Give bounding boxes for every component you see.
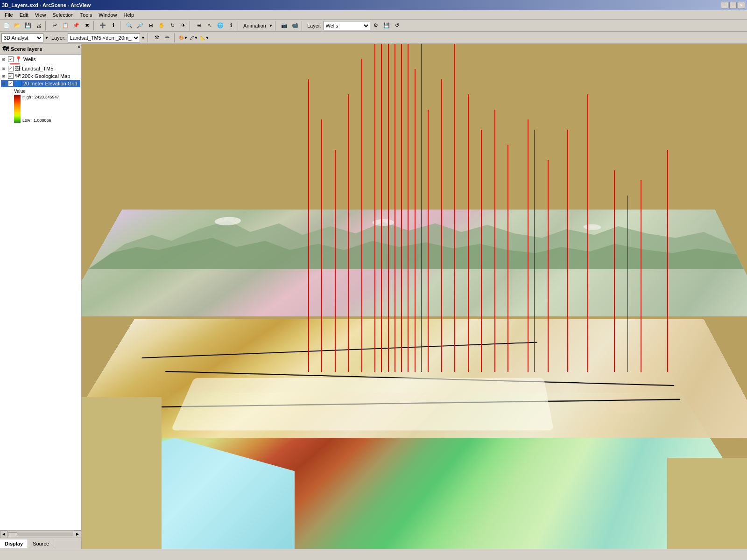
refresh-button[interactable]: ↺ <box>392 21 402 31</box>
panel-close-button[interactable]: × <box>78 44 80 49</box>
panel-footer: Display Source <box>0 538 81 549</box>
elevation-checkbox[interactable] <box>8 81 14 86</box>
globe-button[interactable]: 🌐 <box>215 21 226 31</box>
geological-layer <box>82 319 747 438</box>
fly-button[interactable]: ✈ <box>178 21 188 31</box>
layer-item-landsat[interactable]: ⊞ 🖼 Landsat_TM5 <box>1 65 80 72</box>
layer-props-button[interactable]: ⚙ <box>371 21 381 31</box>
panel-title: Scene layers <box>11 46 42 52</box>
minimize-button[interactable]: _ <box>721 2 728 8</box>
rotate-button[interactable]: ↻ <box>167 21 177 31</box>
menu-edit[interactable]: Edit <box>17 11 31 19</box>
title-bar: 3D_Layers.sxd - ArcScene - ArcView _ □ × <box>0 0 747 10</box>
layer-panel: 🗺 Scene layers × ⊟ 📍 Wells ⊞ 🖼 <box>0 44 82 549</box>
save-button[interactable]: 💾 <box>23 21 33 31</box>
full-extent-button[interactable]: ⊞ <box>146 21 156 31</box>
legend-low-label: Low : 1.000066 <box>22 118 59 123</box>
menu-selection[interactable]: Selection <box>49 11 76 19</box>
layer-item-elevation[interactable]: ⊟ 🟦 20 meter Elevation Grid <box>1 80 80 87</box>
landsat-label: Landsat_TM5 <box>22 66 53 71</box>
geological-checkbox[interactable] <box>8 73 14 79</box>
horizontal-scrollbar[interactable]: ◀ ▶ <box>0 530 81 538</box>
add-data-button[interactable]: ➕ <box>98 21 108 31</box>
tool1-button[interactable]: ⚒ <box>152 33 162 43</box>
display-tab[interactable]: Display <box>0 539 28 548</box>
separator7 <box>302 21 304 30</box>
delete-button[interactable]: ✖ <box>82 21 92 31</box>
menu-window[interactable]: Window <box>96 11 120 19</box>
legend-gradient-area: High : 2420.345947 Low : 1.000066 <box>14 95 80 123</box>
svg-point-4 <box>583 224 602 230</box>
scroll-thumb[interactable] <box>8 532 17 536</box>
layer2-dropdown[interactable]: ▼ <box>141 33 146 43</box>
wells-checkbox[interactable] <box>8 56 14 62</box>
layer-item-geological[interactable]: ⊞ 🗺 200k Geological Map <box>1 72 80 80</box>
elevation-expand[interactable]: ⊟ <box>2 82 7 86</box>
legend-high-label: High : 2420.345947 <box>22 95 59 99</box>
camera-button[interactable]: 📷 <box>279 21 289 31</box>
separator-t2b <box>174 33 177 42</box>
color1-button[interactable]: 🎨▼ <box>178 33 189 43</box>
menu-bar: File Edit View Selection Tools Window He… <box>0 10 747 20</box>
landsat-checkbox[interactable] <box>8 66 14 71</box>
paste-button[interactable]: 📌 <box>71 21 81 31</box>
title-bar-controls: _ □ × <box>721 2 745 8</box>
analyst-select[interactable]: 3D Analyst <box>1 33 43 42</box>
panel-header: 🗺 Scene layers × <box>0 44 81 55</box>
analyst-dropdown[interactable]: ▼ <box>44 33 49 43</box>
layer2-select[interactable]: Landsat_TM5 <dem_20m_... <box>68 33 140 42</box>
wells-label: Wells <box>23 56 36 62</box>
select-button[interactable]: ↖ <box>204 21 215 31</box>
wells-expand[interactable]: ⊟ <box>2 57 7 62</box>
status-bar <box>0 549 747 560</box>
mountain-ridges <box>88 210 744 269</box>
maximize-button[interactable]: □ <box>729 2 737 8</box>
source-tab[interactable]: Source <box>28 539 54 548</box>
separator6 <box>275 21 278 30</box>
info-button[interactable]: ℹ <box>226 21 236 31</box>
copy-button[interactable]: 📋 <box>60 21 70 31</box>
layer-label: Layer: <box>307 23 322 28</box>
scroll-right-button[interactable]: ▶ <box>74 531 81 538</box>
scroll-left-button[interactable]: ◀ <box>0 531 7 538</box>
zoom-out-button[interactable]: 🔎 <box>135 21 145 31</box>
video-button[interactable]: 📹 <box>290 21 300 31</box>
animation-btn[interactable]: ▼ <box>268 21 274 31</box>
pan-button[interactable]: ✋ <box>156 21 167 31</box>
print-button[interactable]: 🖨 <box>34 21 44 31</box>
open-button[interactable]: 📂 <box>12 21 22 31</box>
landsat-expand[interactable]: ⊞ <box>2 67 7 71</box>
layer-save-button[interactable]: 💾 <box>381 21 392 31</box>
wells-line-symbol <box>10 63 20 64</box>
color2-button[interactable]: 🖊▼ <box>189 33 199 43</box>
map-area[interactable] <box>82 44 747 549</box>
geological-expand[interactable]: ⊞ <box>2 74 7 78</box>
tool2-button[interactable]: ✏ <box>162 33 173 43</box>
separator-t2 <box>148 33 150 42</box>
elevation-label: 20 meter Elevation Grid <box>23 81 78 86</box>
close-button[interactable]: × <box>738 2 745 8</box>
landsat-layer <box>82 210 747 316</box>
geological-label: 200k Geological Map <box>22 73 70 79</box>
cut-button[interactable]: ✂ <box>49 21 60 31</box>
menu-help[interactable]: Help <box>120 11 137 19</box>
layer-item-wells[interactable]: ⊟ 📍 Wells <box>1 56 80 63</box>
foreground-left <box>82 397 162 549</box>
scroll-track <box>8 532 73 536</box>
animation-label: Animation <box>243 23 266 28</box>
identify-button[interactable]: ℹ <box>108 21 119 31</box>
new-button[interactable]: 📄 <box>1 21 12 31</box>
menu-view[interactable]: View <box>32 11 49 19</box>
menu-file[interactable]: File <box>2 11 16 19</box>
menu-tools[interactable]: Tools <box>78 11 95 19</box>
navigate-button[interactable]: ⊕ <box>194 21 204 31</box>
layer-select[interactable]: Wells <box>324 21 370 30</box>
separator2 <box>93 21 96 30</box>
color3-button[interactable]: 📐▼ <box>200 33 210 43</box>
scene-canvas <box>82 44 747 549</box>
zoom-in-button[interactable]: 🔍 <box>124 21 134 31</box>
layer2-label: Layer: <box>51 35 66 41</box>
foreground-right <box>667 458 747 549</box>
elevation-legend: Value High : 2420.345947 Low : 1.000066 <box>14 87 80 124</box>
window-title: 3D_Layers.sxd - ArcScene - ArcView <box>2 2 91 8</box>
